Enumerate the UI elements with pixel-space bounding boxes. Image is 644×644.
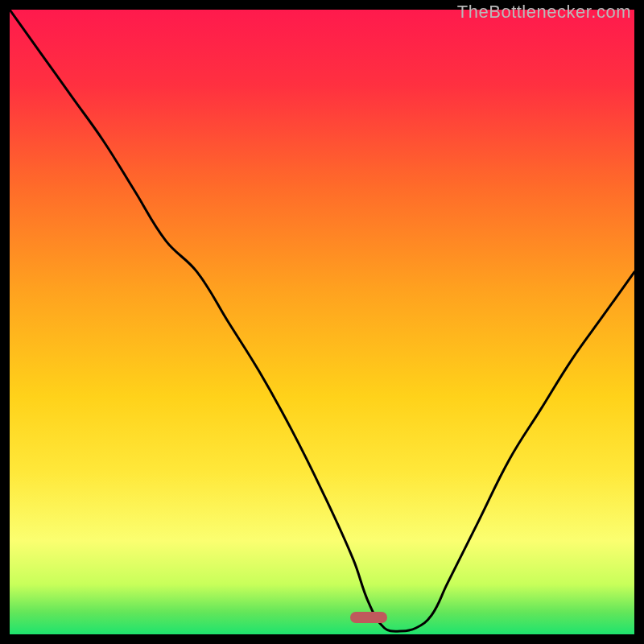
chart-frame: TheBottleneсker.com [0,0,644,644]
gradient-rect [10,10,634,634]
bottleneck-chart [10,10,634,634]
optimal-marker [350,612,387,623]
watermark-text: TheBottleneсker.com [457,2,631,23]
